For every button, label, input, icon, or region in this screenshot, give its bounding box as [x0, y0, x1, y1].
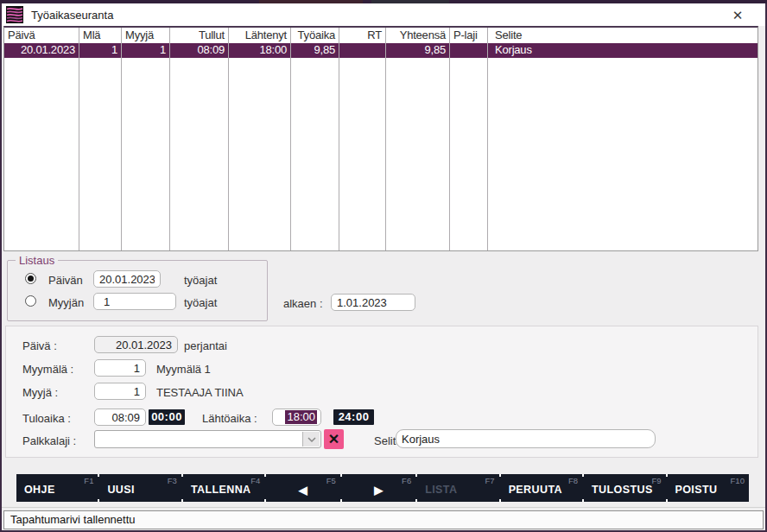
grid-empty-area: [4, 58, 79, 250]
paiva-label: Päivä :: [22, 339, 57, 352]
grid-column-header: Yhteensä: [386, 28, 449, 42]
grid-empty-area: [339, 58, 385, 250]
toolbar-button-label: OHJE: [24, 484, 55, 496]
grid-empty-area: [291, 58, 339, 250]
status-message: Tapahtumarivi tallennettu: [3, 510, 764, 529]
toolbar-button-label: TALLENNA: [191, 484, 251, 496]
function-key-label: F4: [250, 476, 260, 485]
lahtoaika-label: Lähtöaika :: [202, 412, 257, 425]
arrow-left-icon: ◀: [299, 484, 307, 497]
grid-empty-area: [386, 58, 449, 250]
grid-selected-row-cell[interactable]: 18:00: [229, 43, 290, 58]
grid-column: Päivä20.01.2023: [4, 28, 79, 250]
toolbar-button-label: PERUUTA: [509, 484, 562, 496]
toolbar-button-tallenna[interactable]: TALLENNAF4: [183, 474, 264, 502]
toolbar-button-lista: LISTAF7: [417, 474, 498, 502]
grid-column-header: P-laji: [450, 28, 487, 42]
myymala-name-label: Myymälä 1: [156, 363, 211, 376]
grid-empty-area: [229, 58, 290, 250]
paivan-suffix-label: työajat: [184, 274, 217, 287]
selite-input[interactable]: [396, 429, 656, 448]
listaus-group-label: Listaus: [16, 254, 58, 267]
paivan-date-input[interactable]: [93, 270, 161, 288]
worktime-grid[interactable]: Päivä20.01.2023Mlä1Myyjä1Tullut08:09Läht…: [3, 26, 758, 251]
lahtoaika-input[interactable]: 18:00: [272, 408, 321, 426]
grid-column: Mlä1: [79, 28, 122, 250]
grid-selected-row-cell[interactable]: 08:09: [170, 43, 228, 58]
myymala-label: Myymälä :: [22, 363, 73, 376]
alkaen-date-input[interactable]: [331, 294, 415, 311]
grid-selected-row-cell[interactable]: 1: [122, 43, 169, 58]
toolbar-button-peruuta[interactable]: PERUUTAF8: [501, 474, 582, 502]
myyja-input[interactable]: [94, 383, 146, 400]
palkkalaji-combobox[interactable]: [94, 430, 321, 448]
grid-empty-area: [79, 58, 121, 250]
paivan-radio-label: Päivän: [48, 274, 83, 287]
grid-column-header: Työaika: [291, 28, 339, 42]
toolbar-button-ohje[interactable]: OHJEF1: [16, 474, 98, 502]
titlebar: Työaikaseuranta ✕: [2, 3, 765, 26]
grid-empty-area: [450, 58, 487, 250]
grid-selected-row-cell[interactable]: 1: [79, 43, 121, 58]
radio-myyjan[interactable]: [25, 295, 36, 307]
paiva-input[interactable]: [94, 336, 178, 353]
statusbar: Tapahtumarivi tallennettu: [0, 507, 767, 532]
grid-column: Lähtenyt18:00: [229, 28, 291, 250]
grid-column-header: Myyjä: [122, 28, 169, 42]
grid-selected-row-cell[interactable]: 9,85: [291, 43, 339, 58]
grid-column: Myyjä1: [122, 28, 170, 250]
grid-column: SeliteKorjaus: [488, 28, 757, 250]
grid-selected-row-cell[interactable]: Korjaus: [488, 43, 757, 58]
myyjan-radio-label: Myyjän: [48, 296, 84, 309]
app-logo-icon: [6, 6, 23, 23]
toolbar-button-label: LISTA: [425, 484, 457, 496]
grid-selected-row-cell[interactable]: 9,85: [386, 43, 449, 58]
grid-column-header: Lähtenyt: [229, 28, 290, 42]
palkkalaji-value: [95, 433, 100, 446]
toolbar-button-uusi[interactable]: UUSIF3: [99, 474, 181, 502]
alkaen-label: alkaen :: [283, 297, 323, 310]
grid-column-header: RT: [339, 28, 385, 42]
function-key-toolbar: OHJEF1UUSIF3TALLENNAF4◀F5▶F6LISTAF7PERUU…: [16, 474, 749, 502]
radio-paivan[interactable]: [25, 273, 36, 284]
close-icon[interactable]: ✕: [729, 7, 746, 24]
myyjan-number-input[interactable]: [93, 293, 176, 310]
grid-column-header: Tullut: [170, 28, 228, 42]
myymala-input[interactable]: [94, 359, 146, 377]
grid-empty-area: [488, 58, 757, 250]
grid-selected-row-cell[interactable]: [450, 43, 487, 58]
arrow-right-button[interactable]: ▶F6: [342, 474, 415, 502]
lahtoaika-selected-text: 18:00: [285, 410, 317, 424]
paiva-weekday-label: perjantai: [184, 339, 227, 352]
grid-column: Työaika9,85: [291, 28, 339, 250]
grid-column: Yhteensä9,85: [386, 28, 450, 250]
function-key-label: F10: [731, 476, 745, 485]
function-key-label: F7: [485, 476, 495, 485]
grid-column-header: Mlä: [79, 28, 121, 42]
app-window: Työaikaseuranta ✕ Päivä20.01.2023Mlä1Myy…: [0, 0, 767, 532]
grid-empty-area: [170, 58, 228, 250]
grid-column: Tullut08:09: [170, 28, 229, 250]
function-key-label: F9: [651, 476, 661, 485]
toolbar-button-tulostus[interactable]: TULOSTUSF9: [584, 474, 665, 502]
myyja-name-label: TESTAAJA TIINA: [156, 386, 244, 399]
tuloaika-input[interactable]: [94, 408, 146, 426]
tuloaika-min-badge: 00:00: [149, 409, 185, 425]
palkkalaji-label: Palkkalaji :: [22, 434, 76, 447]
arrow-left-button[interactable]: ◀F5: [266, 474, 339, 502]
grid-selected-row-cell[interactable]: [339, 43, 385, 58]
myyja-label: Myyjä :: [22, 386, 58, 399]
function-key-label: F5: [326, 476, 336, 485]
toolbar-button-label: UUSI: [107, 484, 134, 496]
function-key-label: F8: [568, 476, 578, 485]
grid-selected-row-cell[interactable]: 20.01.2023: [4, 43, 79, 58]
function-key-label: F1: [84, 476, 93, 485]
window-title: Työaikaseuranta: [31, 9, 113, 22]
chevron-down-icon[interactable]: [302, 432, 320, 446]
arrow-right-icon: ▶: [374, 484, 383, 497]
toolbar-button-label: TULOSTUS: [592, 484, 653, 496]
lahtoaika-max-badge: 24:00: [333, 409, 374, 425]
clear-palkkalaji-icon[interactable]: ✕: [324, 429, 344, 449]
toolbar-button-poistu[interactable]: POISTUF10: [668, 474, 749, 502]
listaus-groupbox: Listaus Päivän työajat Myyjän työajat: [7, 260, 268, 321]
